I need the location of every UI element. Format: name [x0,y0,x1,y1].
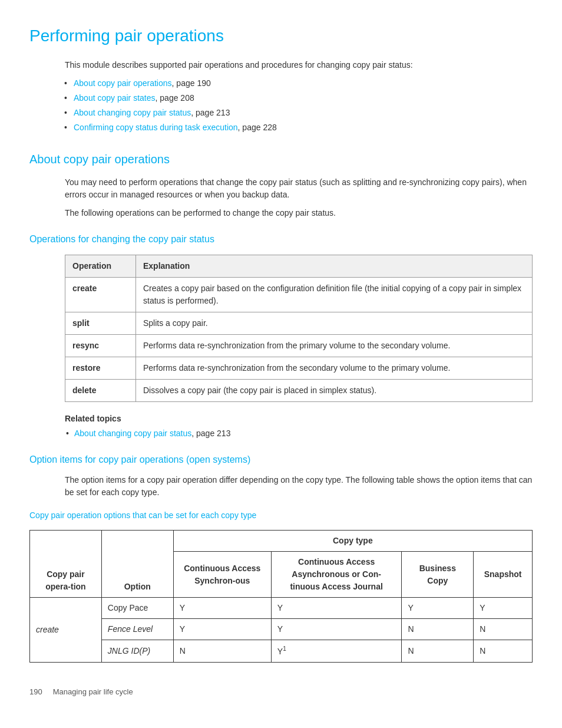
option-ss: N [474,640,533,663]
option-name: Fence Level [101,619,173,640]
related-topic-item[interactable]: About changing copy pair status, page 21… [74,427,533,440]
options-table: Copy pair opera-tion Option Copy type Co… [29,530,533,663]
option-caas: Y [271,619,402,640]
options-section-title: Option items for copy pair operations (o… [29,453,533,467]
related-topic-link[interactable]: About changing copy pair status [74,429,191,438]
toc-item-1[interactable]: About copy pair operations, page 190 [74,77,533,90]
about-para2: The following operations can be performe… [65,207,533,219]
opts-col-bc: Business Copy [402,552,474,598]
table-row: Fence Level Y Y N N [30,619,533,640]
option-bc: Y [402,598,474,619]
toc-item-2[interactable]: About copy pair states, page 208 [74,92,533,104]
intro-text: This module describes supported pair ope… [65,59,533,71]
page-title: Performing pair operations [29,24,533,48]
related-topics-label: Related topics [65,413,533,425]
toc-link-3[interactable]: About changing copy pair status [74,108,191,117]
opts-col-cas: Continuous Access Synchron-ous [173,552,271,598]
ops-col-explanation: Explanation [136,255,533,278]
opts-col-option: Option [101,531,173,598]
toc-item-4[interactable]: Confirming copy status during task execu… [74,121,533,134]
opts-col-copytype-header: Copy type [173,531,532,552]
op-explanation: Creates a copy pair based on the configu… [136,278,533,312]
option-name: Copy Pace [101,598,173,619]
toc-link-2[interactable]: About copy pair states [74,93,156,103]
op-explanation: Performs data re-synchronization from th… [136,335,533,357]
opts-col-ss: Snapshot [474,552,533,598]
operation-name: create [30,598,102,663]
option-caas: Y [271,598,402,619]
op-explanation: Dissolves a copy pair (the copy pair is … [136,380,533,402]
option-cas: N [173,640,271,663]
op-name: restore [65,357,136,380]
table-row: resyncPerforms data re-synchronization f… [65,335,533,357]
op-name: resync [65,335,136,357]
opts-col-caas: Continuous Access Asynchronous or Con-ti… [271,552,402,598]
op-name: delete [65,380,136,402]
op-explanation: Splits a copy pair. [136,312,533,335]
op-name: create [65,278,136,312]
opts-header-row1: Copy pair opera-tion Option Copy type [30,531,533,552]
toc-link-1[interactable]: About copy pair operations [74,78,172,88]
table-row: deleteDissolves a copy pair (the copy pa… [65,380,533,402]
toc-item-3[interactable]: About changing copy pair status, page 21… [74,107,533,119]
opts-table-subtitle: Copy pair operation options that can be … [29,509,533,522]
table-row: create Copy Pace Y Y Y Y [30,598,533,619]
related-topics: Related topics About changing copy pair … [65,413,533,440]
option-ss: N [474,619,533,640]
opts-col-oper: Copy pair opera-tion [30,531,102,598]
option-name: JNLG ID(P) [101,640,173,663]
table-row: JNLG ID(P) N Y1 N N [30,640,533,663]
about-para1: You may need to perform operations that … [65,176,533,201]
option-caas: Y1 [271,640,402,663]
option-cas: Y [173,619,271,640]
footer-page: 190 [29,687,42,696]
footer: 190 Managing pair life cycle [29,686,533,698]
op-name: split [65,312,136,335]
about-section-title: About copy pair operations [29,150,533,168]
toc-link-4[interactable]: Confirming copy status during task execu… [74,123,238,132]
options-intro: The option items for a copy pair operati… [65,474,533,499]
option-ss: Y [474,598,533,619]
option-bc: N [402,619,474,640]
operations-table: Operation Explanation createCreates a co… [65,255,533,402]
op-explanation: Performs data re-synchronization from th… [136,357,533,380]
footer-label: Managing pair life cycle [53,687,133,696]
toc-list: About copy pair operations, page 190 Abo… [74,77,533,134]
option-cas: Y [173,598,271,619]
ops-col-operation: Operation [65,255,136,278]
ops-table-header-row: Operation Explanation [65,255,533,278]
table-row: restorePerforms data re-synchronization … [65,357,533,380]
option-bc: N [402,640,474,663]
table-row: splitSplits a copy pair. [65,312,533,335]
ops-section-title: Operations for changing the copy pair st… [29,232,533,246]
table-row: createCreates a copy pair based on the c… [65,278,533,312]
